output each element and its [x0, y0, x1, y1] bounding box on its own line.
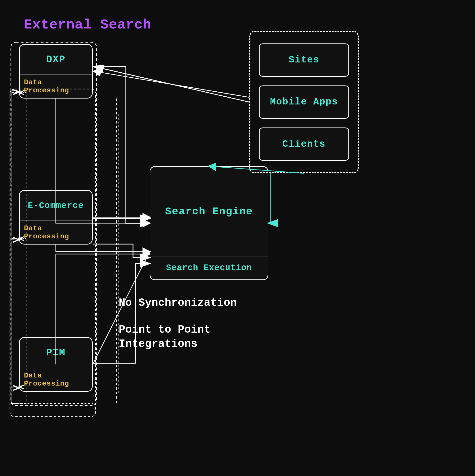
clients-item: Clients [259, 127, 349, 161]
dxp-sub: Data Processing [20, 75, 92, 98]
ecommerce-sub: Data Processing [20, 221, 92, 244]
pim-sub: Data Processing [20, 368, 92, 391]
page-title: External Search [24, 17, 151, 33]
pim-title: PIM [20, 338, 92, 368]
clients-box: Sites Mobile Apps Clients [249, 31, 359, 173]
no-sync-label: No Synchronization [119, 297, 237, 309]
svg-line-18 [94, 67, 249, 102]
search-engine-box: Search Engine Search Execution [150, 166, 268, 280]
svg-line-0 [94, 71, 249, 97]
mobile-apps-item: Mobile Apps [259, 85, 349, 119]
pim-box: PIM Data Processing [19, 337, 93, 392]
dxp-title: DXP [20, 45, 92, 75]
dxp-box: DXP Data Processing [19, 44, 93, 99]
search-engine-title: Search Engine [150, 167, 268, 256]
point-to-point-label: Point to PointIntegrations [119, 323, 211, 351]
search-execution-label: Search Execution [150, 256, 268, 279]
diagram-container: External Search DXP Data Processing E-Co… [0, 0, 475, 476]
ecommerce-box: E-Commerce Data Processing [19, 190, 93, 244]
sites-item: Sites [259, 43, 349, 77]
ecommerce-title: E-Commerce [20, 191, 92, 221]
